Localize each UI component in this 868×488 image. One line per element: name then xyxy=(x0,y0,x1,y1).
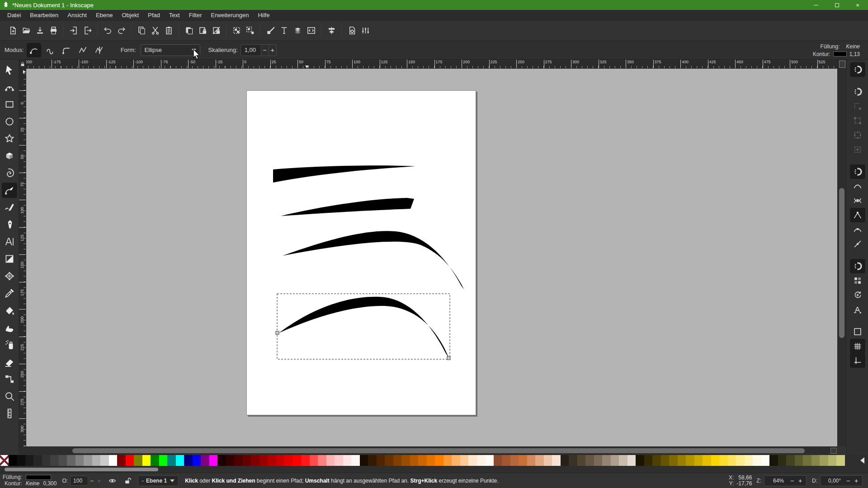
layer-selector[interactable]: - Ebene 1 xyxy=(138,475,179,486)
clone-button[interactable] xyxy=(196,24,209,38)
palette-swatch-ccaa00[interactable] xyxy=(694,455,703,466)
menu-hilfe[interactable]: Hilfe xyxy=(253,10,274,20)
zoom-value[interactable]: 64% xyxy=(769,478,788,484)
rotation-increase-button[interactable]: + xyxy=(852,477,860,484)
tool-zoom-button[interactable] xyxy=(2,389,17,404)
tool-text-button[interactable] xyxy=(2,234,17,249)
mode-bezier-button[interactable] xyxy=(27,43,41,57)
snap-object-centers-button[interactable] xyxy=(850,273,865,288)
palette-swatch-434321[interactable] xyxy=(786,455,795,466)
palette-scrollbar-thumb[interactable] xyxy=(5,468,158,471)
palette-swatch-ecc7ab[interactable] xyxy=(544,455,552,466)
tool-mesh-button[interactable] xyxy=(2,268,17,284)
ruler-lock[interactable] xyxy=(19,60,26,69)
palette-swatch-87874d[interactable] xyxy=(811,455,820,466)
palette-swatch-665500[interactable] xyxy=(661,455,670,466)
tool-bucket-button[interactable] xyxy=(2,303,17,318)
path-node-end[interactable] xyxy=(447,357,450,360)
menu-datei[interactable]: Datei xyxy=(3,10,25,20)
palette-swatch-1a1a1a[interactable] xyxy=(25,455,34,466)
opacity-input[interactable]: 100 xyxy=(70,476,88,486)
palette-swatch-00ff00[interactable] xyxy=(159,455,168,466)
palette-swatch-c87137[interactable] xyxy=(519,455,527,466)
palette-swatch-fffae6[interactable] xyxy=(753,455,761,466)
opacity-increase-button[interactable]: + xyxy=(95,477,103,484)
palette-swatch-a3562f[interactable] xyxy=(502,455,510,466)
palette-swatch-ff00ff[interactable] xyxy=(209,455,218,466)
tool-rect-button[interactable] xyxy=(2,97,17,112)
palette-swatch-d48a5c[interactable] xyxy=(527,455,536,466)
palette-swatch-cccc80[interactable] xyxy=(836,455,845,466)
palette-swatch-b5b56f[interactable] xyxy=(828,455,837,466)
palette-swatch-332a00[interactable] xyxy=(644,455,653,466)
close-button[interactable]: × xyxy=(847,0,868,10)
palette-swatch-ffb3b3[interactable] xyxy=(326,455,335,466)
redo-button[interactable] xyxy=(114,24,128,38)
palette-swatch-8c4a2e[interactable] xyxy=(494,455,502,466)
palette-swatch-7a6a58[interactable] xyxy=(594,455,603,466)
calligraphic-stroke-1[interactable] xyxy=(273,165,415,183)
statusbar-stroke-value[interactable]: Keine xyxy=(26,481,40,487)
palette-swatch-990000[interactable] xyxy=(259,455,268,466)
palette-swatch-e4dcd2[interactable] xyxy=(627,455,636,466)
layer-visibility-toggle[interactable] xyxy=(106,475,118,487)
opacity-decrease-button[interactable]: − xyxy=(88,477,95,484)
text-dialog-button[interactable] xyxy=(277,24,291,38)
document-print-button[interactable] xyxy=(47,24,60,38)
palette-swatch-ffcccc[interactable] xyxy=(335,455,343,466)
palette-swatch-e0a883[interactable] xyxy=(535,455,544,466)
mode-paraxial-button[interactable] xyxy=(92,43,106,57)
palette-swatch-000080[interactable] xyxy=(184,455,193,466)
undo-button[interactable] xyxy=(101,24,114,38)
tool-connector-button[interactable] xyxy=(2,371,17,387)
tool-node-button[interactable] xyxy=(2,80,17,95)
palette-swatch-800000[interactable] xyxy=(117,455,126,466)
tool-measure-button[interactable] xyxy=(2,406,17,421)
palette-swatch-663300[interactable] xyxy=(385,455,393,466)
cut-button[interactable] xyxy=(148,24,162,38)
menu-bearbeiten[interactable]: Bearbeiten xyxy=(25,10,63,20)
palette-swatch-808080[interactable] xyxy=(75,455,84,466)
snap-rotation-centers-button[interactable] xyxy=(850,288,865,302)
palette-swatch-e6bf00[interactable] xyxy=(703,455,711,466)
palette-swatch-655646[interactable] xyxy=(585,455,594,466)
paste-button[interactable] xyxy=(162,24,175,38)
menu-pfad[interactable]: Pfad xyxy=(143,10,165,20)
palette-swatch-804000[interactable] xyxy=(393,455,402,466)
palette-swatch-b35900[interactable] xyxy=(410,455,419,466)
palette-swatch-cccccc[interactable] xyxy=(100,455,109,466)
palette-swatch-4d4d4d[interactable] xyxy=(59,455,67,466)
palette-swatch-fffdf5[interactable] xyxy=(761,455,770,466)
vertical-scrollbar-thumb[interactable] xyxy=(839,188,844,338)
xml-editor-button[interactable] xyxy=(304,24,318,38)
tool-tweak-button[interactable] xyxy=(2,320,17,335)
palette-swatch-ff0000[interactable] xyxy=(293,455,302,466)
align-dialog-button[interactable] xyxy=(325,24,338,38)
snap-text-baseline-button[interactable] xyxy=(850,302,865,317)
snap-others-button[interactable] xyxy=(850,259,865,273)
palette-swatch-b30000[interactable] xyxy=(268,455,276,466)
vertical-scrollbar[interactable] xyxy=(837,60,846,446)
palette-swatch-4d4000[interactable] xyxy=(652,455,661,466)
palette-swatch-ffdd2e[interactable] xyxy=(719,455,728,466)
scale-increase-button[interactable]: + xyxy=(269,44,277,56)
tool-select-button[interactable] xyxy=(2,62,17,78)
palette-swatch-c9bcae[interactable] xyxy=(619,455,627,466)
palette-swatch-e67300[interactable] xyxy=(427,455,435,466)
fill-indicator-value[interactable]: Keine xyxy=(846,43,860,50)
palette-swatch-1a0000[interactable] xyxy=(217,455,226,466)
tool-star-button[interactable] xyxy=(2,131,17,146)
palette-swatch-ff1a1a[interactable] xyxy=(301,455,310,466)
palette-swatch-994d00[interactable] xyxy=(401,455,410,466)
ungroup-button[interactable] xyxy=(243,24,257,38)
tool-ellipse-button[interactable] xyxy=(2,114,17,129)
tool-spiral-button[interactable] xyxy=(2,165,17,181)
palette-swatch-262626[interactable] xyxy=(33,455,42,466)
palette-swatch-666666[interactable] xyxy=(67,455,75,466)
snap-line-midpoints-button[interactable] xyxy=(850,237,865,251)
zoom-decrease-button[interactable]: − xyxy=(788,477,796,484)
snap-smooth-nodes-button[interactable] xyxy=(850,222,865,237)
palette-swatch-008000[interactable] xyxy=(151,455,159,466)
horizontal-scrollbar[interactable] xyxy=(19,446,837,455)
palette-swatch-806a00[interactable] xyxy=(669,455,678,466)
